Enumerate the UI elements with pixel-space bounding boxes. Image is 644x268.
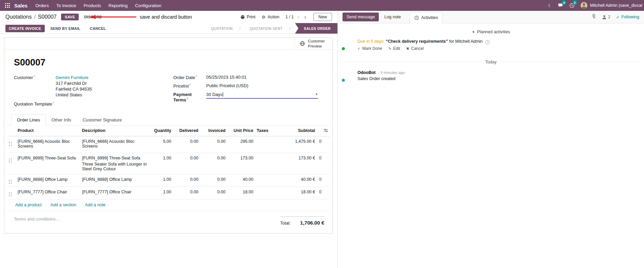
order-date-field[interactable]: 05/25/2023 15:40:01 [206, 75, 247, 80]
taxes-cell[interactable] [255, 153, 284, 174]
unit-price-cell[interactable]: 18.00 [227, 187, 255, 199]
planned-activities-header[interactable]: ▼ Planned activities [338, 30, 644, 34]
dark-mode-moon-icon[interactable]: ☾ [545, 0, 555, 11]
chatter-body: ▼ Planned activities Due in 5 days: “Che… [338, 23, 644, 84]
drag-handle-icon[interactable] [9, 141, 12, 146]
menu-products[interactable]: Products [80, 0, 104, 11]
delete-line-icon[interactable] [318, 177, 322, 182]
delivered-column-header: Delivered [173, 126, 200, 136]
stage-sales-order[interactable]: SALES ORDER [295, 23, 337, 34]
invoiced-cell[interactable]: 0.00 [200, 187, 227, 199]
following-button[interactable]: ✓ Following [616, 15, 639, 20]
quantity-cell[interactable]: 1.00 [149, 153, 173, 174]
invoiced-cell[interactable]: 0.00 [200, 174, 227, 187]
stage-quotation[interactable]: QUOTATION [206, 23, 245, 34]
terms-placeholder[interactable]: Terms and conditions... [14, 216, 59, 222]
unit-price-cell[interactable]: 40.00 [227, 174, 255, 187]
product-cell[interactable]: [FURN_8999] Three-Seat Sofa [16, 153, 80, 174]
invoiced-cell[interactable]: 0.00 [200, 136, 227, 153]
tab-order-lines[interactable]: Order Lines [11, 114, 46, 126]
edit-activity-button[interactable]: ✎Edit [388, 45, 400, 52]
send-message-button[interactable]: Send message [343, 13, 379, 21]
action-button[interactable]: ⚙ Action [261, 15, 279, 20]
save-button[interactable]: SAVE [61, 14, 79, 20]
drag-handle-icon[interactable] [9, 157, 12, 162]
activities-clock-icon[interactable]: 2 [566, 0, 577, 11]
delete-line-icon[interactable] [318, 190, 322, 195]
stage-quotation-sent[interactable]: QUOTATION SENT [245, 23, 295, 34]
delivered-cell[interactable]: 0.00 [173, 136, 200, 153]
delivered-cell[interactable]: 0.00 [173, 187, 200, 199]
chatter-topbar: Send message Log note Activities 2 ✓ Fol… [338, 11, 644, 23]
delivered-cell[interactable]: 0.00 [173, 174, 200, 187]
taxes-cell[interactable] [255, 174, 284, 187]
cancel-activity-button[interactable]: ✖Cancel [406, 45, 424, 52]
description-cell[interactable]: [FURN_8888] Office Lamp [80, 174, 149, 187]
delivered-cell[interactable]: 0.00 [173, 153, 200, 174]
unit-price-cell[interactable]: 295.00 [227, 136, 255, 153]
tab-customer-signature[interactable]: Customer Signature [77, 114, 128, 126]
taxes-cell[interactable] [255, 187, 284, 199]
add-note-link[interactable]: Add a note [85, 203, 105, 207]
menu-reporting[interactable]: Reporting [105, 0, 131, 11]
delete-line-icon[interactable] [318, 156, 322, 161]
app-name[interactable]: Sales [14, 3, 27, 8]
product-cell[interactable]: [FURN_6666] Acoustic Bloc Screens [16, 136, 80, 153]
messages-icon[interactable]: 4 [555, 0, 566, 11]
menu-configuration[interactable]: Configuration [131, 0, 165, 11]
menu-orders[interactable]: Orders [32, 0, 53, 11]
delete-line-icon[interactable] [318, 139, 322, 144]
discard-button[interactable]: DISCARD [81, 14, 104, 20]
mark-done-button[interactable]: ✓Mark Done [357, 45, 382, 52]
tab-other-info[interactable]: Other Info [46, 114, 77, 126]
product-cell[interactable]: [FURN_7777] Office Chair [16, 187, 80, 199]
user-menu[interactable]: Mitchell Admin (save_discar [577, 2, 644, 9]
log-note-button[interactable]: Log note [384, 15, 401, 19]
new-button[interactable]: New [313, 13, 332, 21]
dropdown-caret-icon[interactable]: ▼ [315, 93, 318, 96]
create-invoice-button[interactable]: CREATE INVOICE [5, 25, 45, 32]
add-section-link[interactable]: Add a section [51, 203, 76, 207]
quantity-cell[interactable]: 5.00 [149, 136, 173, 153]
add-product-link[interactable]: Add a product [15, 203, 42, 207]
cancel-button[interactable]: CANCEL [86, 25, 110, 32]
info-icon[interactable]: i [485, 40, 490, 44]
invoiced-column-header: Invoiced [200, 126, 227, 136]
payment-terms-label: Payment Terms? [173, 92, 206, 102]
taxes-cell[interactable] [255, 136, 284, 153]
followers-button[interactable]: 2 [602, 15, 610, 19]
pager-prev-icon[interactable]: ‹ [296, 14, 300, 20]
optional-columns-icon[interactable] [324, 128, 328, 133]
send-by-email-button[interactable]: SEND BY EMAIL [47, 25, 84, 32]
description-cell[interactable]: [FURN_8999] Three-Seat SofaThree Seater … [80, 153, 149, 174]
activity-assignee: for Mitchell Admin [449, 39, 483, 44]
notebook: Order Lines Other Info Customer Signatur… [4, 114, 332, 233]
payment-terms-field[interactable]: 30 Days ▼ [206, 92, 318, 99]
attachment-icon[interactable] [592, 14, 596, 20]
customer-preview-button[interactable]: Customer Preview [295, 38, 332, 50]
quantity-cell[interactable]: 1.00 [149, 187, 173, 199]
print-button[interactable]: Print [240, 15, 256, 19]
drag-handle-icon[interactable] [9, 179, 12, 184]
pager-next-icon[interactable]: › [303, 14, 307, 20]
product-cell[interactable]: [FURN_8888] Office Lamp [16, 174, 80, 187]
line-links: Add a product Add a section Add a note [7, 199, 330, 211]
breadcrumb-quotations[interactable]: Quotations [5, 14, 32, 20]
menu-to-invoice[interactable]: To Invoice [53, 0, 80, 11]
activity-state-icon [341, 46, 346, 51]
author-status-icon [341, 78, 346, 82]
drag-handle-icon[interactable] [9, 191, 12, 196]
message-author[interactable]: OdooBot [357, 70, 375, 75]
unit-price-cell[interactable]: 173.00 [227, 153, 255, 174]
description-cell[interactable]: [FURN_7777] Office Chair [80, 187, 149, 199]
pricelist-field[interactable]: Public Pricelist (USD) [206, 83, 248, 88]
description-cell[interactable]: [FURN_6666] Acoustic Bloc Screens [80, 136, 149, 153]
message-timestamp: - 9 minutes ago [378, 71, 405, 75]
status-pipeline: QUOTATION QUOTATION SENT SALES ORDER [206, 23, 337, 34]
tab-activities[interactable]: Activities [410, 12, 443, 23]
invoiced-cell[interactable]: 0.00 [200, 153, 227, 174]
apps-grid-icon[interactable] [3, 0, 12, 11]
customer-link[interactable]: Gemini Furniture [56, 75, 92, 80]
quantity-cell[interactable]: 1.00 [149, 174, 173, 187]
form-view: Customer Preview S00007 Customer? Gemini… [0, 34, 337, 268]
